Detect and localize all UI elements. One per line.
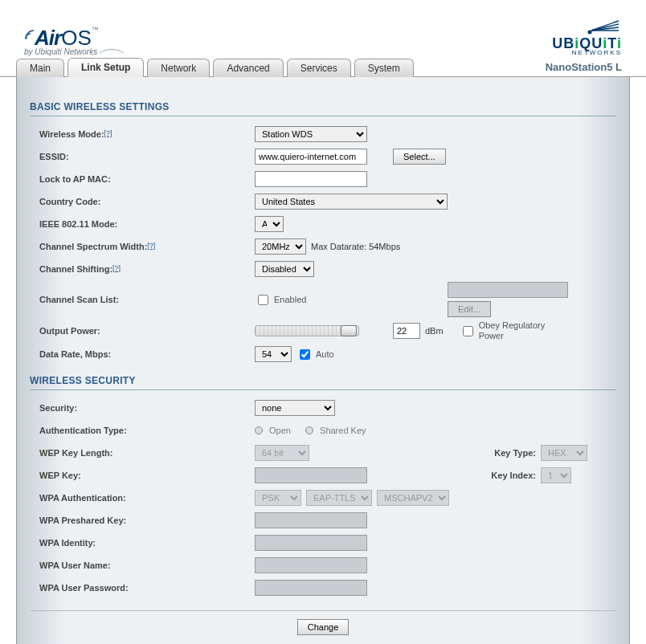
wireless-mode-select[interactable]: Station WDS bbox=[255, 126, 367, 142]
scanlist-enabled-checkbox[interactable]: Enabled bbox=[255, 292, 306, 308]
wpa-psk-input bbox=[255, 512, 367, 528]
tab-system[interactable]: System bbox=[354, 59, 414, 77]
submit-row: Change bbox=[30, 610, 616, 635]
wpa-pass-input bbox=[255, 580, 367, 596]
page: AirOS™ by Ubiquiti Networks UBiQUiTi NET… bbox=[0, 0, 646, 644]
row-lock-mac: Lock to AP MAC: bbox=[30, 168, 616, 190]
scanlist-input bbox=[448, 282, 568, 298]
section-security-title: WIRELESS SECURITY bbox=[30, 375, 616, 390]
wifi-icon bbox=[24, 29, 35, 40]
row-wireless-mode: Wireless Mode:[?] Station WDS bbox=[30, 123, 616, 145]
output-power-slider[interactable] bbox=[255, 325, 359, 336]
row-country: Country Code: United States bbox=[30, 190, 616, 213]
row-data-rate: Data Rate, Mbps: 54 Auto bbox=[30, 343, 616, 365]
row-wpa-user: WPA User Name: bbox=[30, 554, 616, 577]
security-select[interactable]: none bbox=[255, 400, 335, 416]
change-button[interactable]: Change bbox=[297, 619, 350, 635]
device-name: NanoStation5 L bbox=[546, 61, 630, 76]
logo-byline: by Ubiquiti Networks bbox=[24, 47, 124, 56]
radio-shared-icon bbox=[305, 426, 313, 434]
row-scanlist: Channel Scan List: Enabled Edit... bbox=[30, 280, 616, 319]
row-spectrum: Channel Spectrum Width:[?] 20MHz Max Dat… bbox=[30, 235, 616, 258]
essid-input[interactable] bbox=[255, 149, 367, 165]
essid-select-button[interactable]: Select... bbox=[393, 149, 446, 165]
spectrum-note: Max Datarate: 54Mbps bbox=[311, 242, 400, 251]
tab-advanced[interactable]: Advanced bbox=[213, 59, 283, 77]
help-spectrum[interactable]: [?] bbox=[147, 242, 155, 250]
help-shifting[interactable]: [?] bbox=[112, 264, 121, 272]
tab-link-setup[interactable]: Link Setup bbox=[67, 58, 144, 77]
svg-point-0 bbox=[25, 37, 27, 39]
key-type-select: HEX bbox=[541, 445, 587, 461]
wpa-auth-2-select: EAP-TTLS bbox=[306, 490, 372, 506]
obey-reg-power-checkbox[interactable]: Obey Regulatory Power bbox=[460, 320, 551, 341]
ubnt-beam-icon bbox=[583, 19, 622, 35]
tab-bar: Main Link Setup Network Advanced Service… bbox=[0, 56, 646, 77]
section-basic-title: BASIC WIRELESS SETTINGS bbox=[30, 101, 616, 116]
help-wireless-mode[interactable]: [?] bbox=[104, 129, 112, 137]
svg-point-1 bbox=[588, 31, 592, 35]
row-wep-key: WEP Key: Key Index: 1 bbox=[30, 464, 616, 487]
row-wpa-identity: WPA Identity: bbox=[30, 532, 616, 554]
ubiquiti-logo: UBiQUiTi NETWORKS bbox=[552, 19, 622, 56]
swoosh-icon bbox=[100, 47, 124, 54]
logo-tm: ™ bbox=[92, 26, 99, 34]
row-auth-type: Authentication Type: Open Shared Key bbox=[30, 419, 616, 442]
tab-main[interactable]: Main bbox=[16, 59, 64, 77]
slider-thumb-icon[interactable] bbox=[341, 325, 357, 336]
airos-logo: AirOS™ by Ubiquiti Networks bbox=[24, 26, 124, 56]
row-essid: ESSID: Select... bbox=[30, 145, 616, 168]
row-wep-length: WEP Key Length: 64 bit Key Type: HEX bbox=[30, 442, 616, 464]
tab-network[interactable]: Network bbox=[147, 59, 210, 77]
row-output-power: Output Power: dBm Obey Regulatory Power bbox=[30, 319, 616, 343]
scanlist-edit-button: Edit... bbox=[448, 301, 491, 317]
row-wpa-psk: WPA Preshared Key: bbox=[30, 509, 616, 532]
country-select[interactable]: United States bbox=[255, 194, 448, 210]
wpa-identity-input bbox=[255, 535, 367, 551]
output-power-input[interactable] bbox=[393, 323, 420, 339]
wep-key-input bbox=[255, 467, 367, 483]
row-shifting: Channel Shifting:[?] Disabled bbox=[30, 258, 616, 280]
wep-length-select: 64 bit bbox=[255, 445, 309, 461]
row-ieee-mode: IEEE 802.11 Mode: A bbox=[30, 213, 616, 235]
row-wpa-pass: WPA User Password: bbox=[30, 577, 616, 599]
logo-os: OS bbox=[61, 26, 92, 50]
row-security: Security: none bbox=[30, 397, 616, 419]
data-rate-auto-checkbox[interactable]: Auto bbox=[296, 347, 334, 362]
key-index-select: 1 bbox=[541, 467, 571, 483]
spectrum-select[interactable]: 20MHz bbox=[255, 238, 306, 255]
header: AirOS™ by Ubiquiti Networks UBiQUiTi NET… bbox=[0, 0, 646, 56]
row-wpa-auth: WPA Authentication: PSK EAP-TTLS MSCHAPV… bbox=[30, 487, 616, 509]
wpa-auth-3-select: MSCHAPV2 bbox=[377, 490, 449, 506]
data-rate-select[interactable]: 54 bbox=[255, 346, 292, 362]
wpa-user-input bbox=[255, 557, 367, 573]
ieee-mode-select[interactable]: A bbox=[255, 216, 284, 232]
content: BASIC WIRELESS SETTINGS Wireless Mode:[?… bbox=[16, 77, 630, 644]
tab-services[interactable]: Services bbox=[287, 59, 351, 77]
lock-mac-input[interactable] bbox=[255, 171, 367, 187]
wpa-auth-1-select: PSK bbox=[255, 490, 301, 506]
radio-open-icon bbox=[255, 426, 263, 434]
shifting-select[interactable]: Disabled bbox=[255, 261, 314, 277]
logo-air: Air bbox=[35, 26, 61, 50]
output-power-unit: dBm bbox=[425, 326, 444, 336]
